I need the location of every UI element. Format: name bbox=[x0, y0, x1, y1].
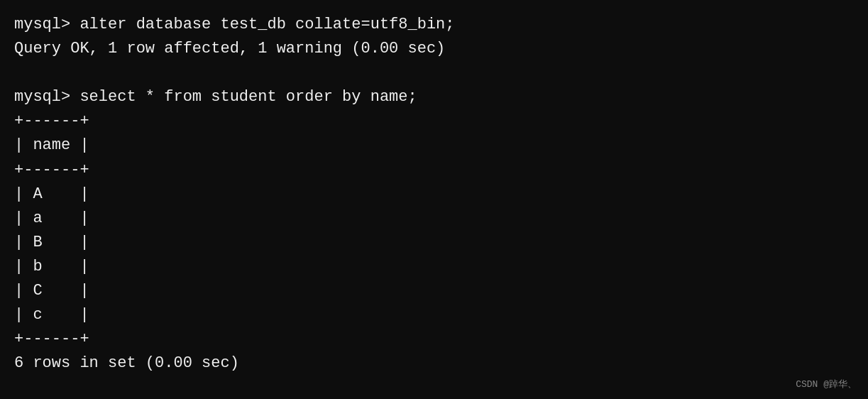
terminal-output: mysql> alter database test_db collate=ut… bbox=[14, 13, 854, 376]
watermark: CSDN @踔华、 bbox=[796, 378, 857, 390]
